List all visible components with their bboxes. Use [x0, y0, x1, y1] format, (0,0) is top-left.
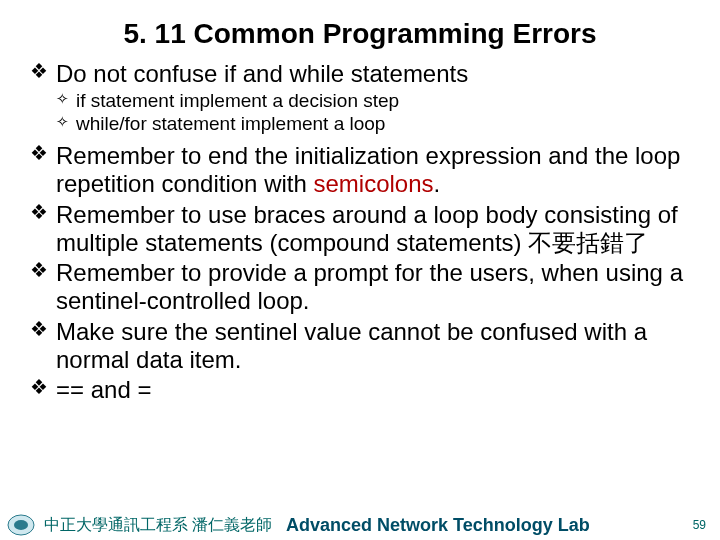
sub-item: while/for statement implement a loop [56, 113, 700, 136]
svg-point-1 [14, 520, 28, 530]
bullet-text: Do not confuse if and while statements [56, 60, 468, 87]
slide-body: Do not confuse if and while statements i… [0, 60, 720, 405]
logo-icon [4, 512, 38, 538]
slide-title: 5. 11 Common Programming Errors [0, 0, 720, 60]
page-number: 59 [693, 518, 706, 532]
bullet-item: Remember to provide a prompt for the use… [30, 259, 700, 316]
bullet-item: == and = [30, 376, 700, 404]
footer: 中正大學通訊工程系 潘仁義老師 Advanced Network Technol… [0, 510, 720, 540]
footer-left-text: 中正大學通訊工程系 潘仁義老師 [44, 515, 272, 536]
bullet-text-post: . [434, 170, 441, 197]
bullet-item: Do not confuse if and while statements i… [30, 60, 700, 136]
bullet-list: Do not confuse if and while statements i… [30, 60, 700, 405]
sub-item: if statement implement a decision step [56, 90, 700, 113]
highlight-semicolons: semicolons [313, 170, 433, 197]
footer-center-text: Advanced Network Technology Lab [286, 515, 693, 536]
sub-list: if statement implement a decision step w… [56, 90, 700, 136]
slide: 5. 11 Common Programming Errors Do not c… [0, 0, 720, 540]
bullet-item: Make sure the sentinel value cannot be c… [30, 318, 700, 375]
bullet-item: Remember to use braces around a loop bod… [30, 201, 700, 258]
bullet-item: Remember to end the initialization expre… [30, 142, 700, 199]
